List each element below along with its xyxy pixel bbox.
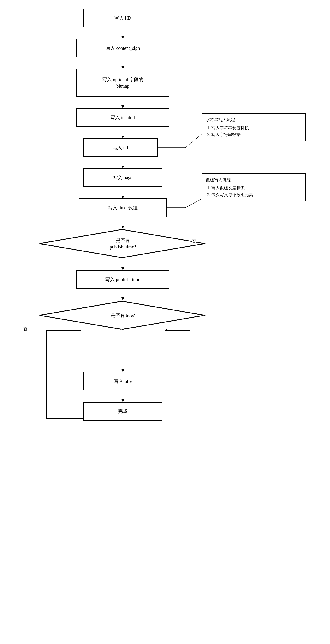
string-note: 字符串写入流程： 写入字符串长度标识 写入字符串数据: [202, 113, 306, 141]
array-note-item-1: 写入数组长度标识: [211, 185, 302, 192]
svg-marker-5: [121, 106, 124, 108]
svg-marker-1: [121, 36, 124, 39]
node-links: 写入 links 数组: [79, 198, 167, 217]
node-done: 完成: [83, 402, 162, 420]
node-url: 写入 url: [83, 138, 157, 157]
node-has-publish-time: 是否有 publish_time?: [39, 228, 206, 258]
svg-line-31: [185, 134, 202, 148]
node-is-html: 写入 is_html: [76, 108, 169, 127]
svg-marker-15: [121, 268, 124, 270]
svg-marker-3: [121, 66, 124, 69]
array-note-item-2: 依次写入每个数组元素: [211, 192, 302, 198]
svg-marker-11: [121, 196, 124, 198]
svg-marker-23: [121, 369, 124, 372]
node-has-title: 是否有 title?: [39, 300, 206, 330]
svg-marker-17: [121, 298, 124, 300]
svg-marker-9: [121, 166, 124, 168]
svg-marker-13: [121, 226, 124, 228]
node-page: 写入 page: [83, 168, 162, 187]
node-iid: 写入 IID: [83, 9, 162, 27]
string-note-item-2: 写入字符串数据: [211, 132, 302, 138]
flowchart: 写入 IID 写入 content_sign 写入 optional 字段的 b…: [0, 0, 330, 644]
node-title: 写入 title: [83, 372, 162, 390]
no-label-publish-time: 否: [192, 238, 196, 244]
no-label-title: 否: [23, 326, 27, 332]
array-note: 数组写入流程： 写入数组长度标识 依次写入每个数组元素: [202, 174, 306, 201]
node-publish-time: 写入 publish_time: [76, 270, 169, 289]
svg-marker-25: [121, 399, 124, 402]
node-optional-bitmap: 写入 optional 字段的 bitmap: [76, 69, 169, 97]
svg-marker-7: [121, 136, 124, 138]
string-note-item-1: 写入字符串长度标识: [211, 125, 302, 132]
svg-line-33: [185, 199, 202, 208]
node-content-sign: 写入 content_sign: [76, 39, 169, 57]
